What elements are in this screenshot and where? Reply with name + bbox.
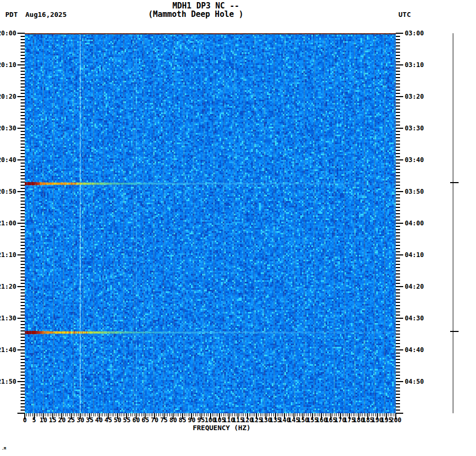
right-axis-tick xyxy=(396,93,400,94)
left-axis-tick xyxy=(21,163,25,164)
left-axis-tick xyxy=(21,308,25,309)
frequency-axis-tick-label: 60 xyxy=(132,416,140,424)
right-axis-tick xyxy=(396,178,400,179)
frequency-axis-tick xyxy=(166,413,166,416)
left-axis-tick xyxy=(21,324,25,325)
left-axis-tick xyxy=(21,80,25,81)
right-axis-tick xyxy=(396,381,403,382)
left-axis-tick xyxy=(21,353,25,354)
left-axis-tick xyxy=(21,239,25,240)
frequency-axis-tick xyxy=(360,413,361,416)
right-axis-tick xyxy=(396,391,400,392)
left-axis-tick xyxy=(21,387,25,388)
right-axis-tick xyxy=(396,216,400,217)
right-axis-tick xyxy=(396,308,400,309)
left-axis-tick xyxy=(21,213,25,214)
right-axis-tick xyxy=(396,68,400,69)
left-axis-tick xyxy=(21,172,25,173)
frequency-axis-tick-label: 15 xyxy=(49,416,56,424)
left-axis-tick xyxy=(21,61,25,62)
left-axis-tick-label: 21:40 xyxy=(0,346,16,354)
left-axis-tick xyxy=(17,191,25,192)
right-axis-tick xyxy=(396,242,400,243)
left-axis-tick xyxy=(21,258,25,259)
left-axis-tick xyxy=(21,169,25,170)
right-axis-tick xyxy=(396,277,400,278)
left-axis-tick xyxy=(21,251,25,252)
right-axis-tick xyxy=(396,400,400,401)
left-axis-tick xyxy=(21,356,25,357)
right-axis-tick xyxy=(396,334,400,335)
left-axis-tick xyxy=(21,153,25,154)
frequency-axis-tick-label: 95 xyxy=(197,416,205,424)
right-axis-tick xyxy=(396,337,400,338)
right-axis-tick xyxy=(396,182,400,183)
frequency-axis-tick xyxy=(93,413,94,416)
left-axis-tick-label: 20:20 xyxy=(0,93,16,100)
right-axis-tick xyxy=(396,318,403,319)
frequency-axis-tick xyxy=(65,413,66,416)
left-axis-tick xyxy=(21,77,25,78)
right-axis-tick xyxy=(396,248,400,249)
left-axis-tick xyxy=(21,267,25,268)
right-axis-tick xyxy=(396,150,400,151)
frequency-axis-tick xyxy=(314,413,315,416)
frequency-axis-tick xyxy=(112,413,112,416)
frequency-axis-tick xyxy=(147,413,147,416)
left-axis-tick xyxy=(21,368,25,369)
right-axis-tick xyxy=(396,226,400,227)
left-axis-tick xyxy=(21,36,25,37)
left-axis-tick xyxy=(21,372,25,373)
right-axis-tick xyxy=(396,159,403,160)
right-axis-tick xyxy=(396,353,400,354)
frequency-axis-tick xyxy=(37,413,38,416)
left-axis-tick xyxy=(21,384,25,385)
left-axis-tick xyxy=(21,305,25,306)
right-axis-tick xyxy=(396,267,400,268)
left-axis-tick xyxy=(21,125,25,126)
frequency-axis-tick xyxy=(296,413,296,416)
left-axis-tick xyxy=(21,210,25,211)
left-axis-tick xyxy=(21,280,25,281)
left-axis-tick xyxy=(21,115,25,116)
right-axis-tick-label: 04:00 xyxy=(405,220,424,227)
watermark: .M xyxy=(2,446,6,451)
left-axis-tick-label: 20:10 xyxy=(0,61,16,69)
frequency-axis-tick xyxy=(28,413,29,416)
left-axis-tick xyxy=(17,128,25,129)
right-axis-tick xyxy=(396,169,400,170)
left-axis-tick xyxy=(21,340,25,341)
seismogram-event-spike xyxy=(450,331,459,332)
left-axis-tick xyxy=(21,207,25,208)
left-axis-tick xyxy=(21,39,25,40)
frequency-axis-tick xyxy=(121,413,121,416)
right-axis-tick xyxy=(396,384,400,385)
left-axis-tick xyxy=(21,270,25,271)
left-axis-tick xyxy=(21,391,25,392)
left-axis-tick xyxy=(21,99,25,100)
right-axis-tick xyxy=(396,356,400,357)
right-axis-tick xyxy=(396,175,400,176)
left-axis-tick xyxy=(21,289,25,290)
right-axis-tick xyxy=(396,128,403,129)
left-axis-tick xyxy=(21,204,25,205)
spectrogram-page: PDT Aug16,2025 MDH1 DP3 NC -- (Mammoth D… xyxy=(0,0,476,456)
right-axis-tick xyxy=(396,163,400,164)
left-axis-tick xyxy=(21,178,25,179)
right-axis-tick xyxy=(396,387,400,388)
left-axis-tick xyxy=(17,318,25,319)
left-axis-tick xyxy=(21,137,25,138)
right-axis-tick xyxy=(396,264,400,265)
right-axis-tick xyxy=(396,321,400,322)
left-axis-tick xyxy=(21,194,25,195)
frequency-axis-tick xyxy=(240,413,240,416)
left-axis-tick xyxy=(21,58,25,59)
frequency-axis-tick xyxy=(63,413,64,416)
right-axis-tick xyxy=(396,261,400,262)
left-axis-tick xyxy=(21,299,25,300)
right-axis-tick xyxy=(396,280,400,281)
left-axis-tick xyxy=(21,106,25,107)
right-axis-tick xyxy=(396,121,400,122)
right-axis-tick xyxy=(396,378,400,379)
right-axis-tick-label: 03:00 xyxy=(405,30,424,37)
